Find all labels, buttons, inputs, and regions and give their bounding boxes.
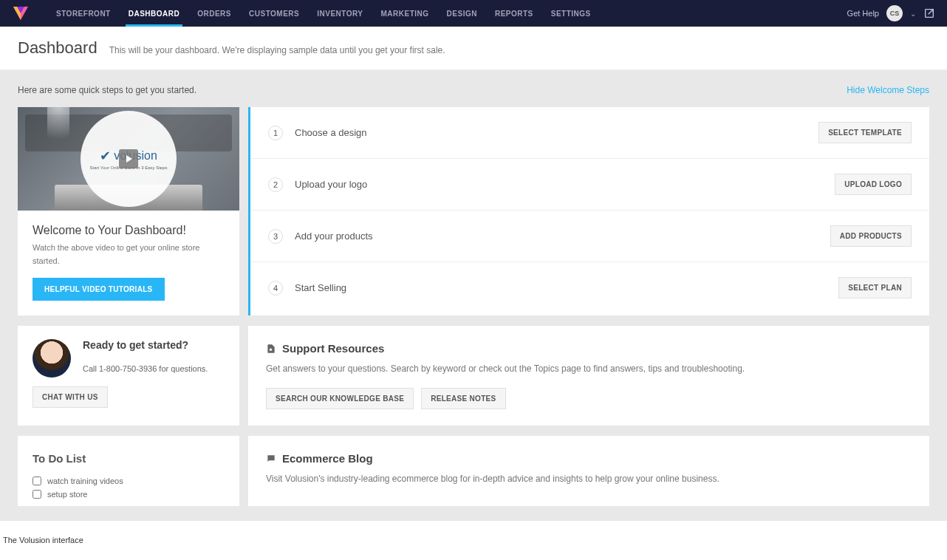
open-external-icon[interactable] xyxy=(923,7,935,19)
step-number: 2 xyxy=(268,177,283,192)
step-row-1: 1Choose a designSELECT TEMPLATE xyxy=(250,107,929,159)
hide-welcome-link[interactable]: Hide Welcome Steps xyxy=(847,85,929,95)
nav-settings[interactable]: SETTINGS xyxy=(542,0,600,27)
blog-title: Ecommerce Blog xyxy=(282,452,373,465)
brand-logo[interactable] xyxy=(12,4,30,22)
step-action-button[interactable]: SELECT PLAN xyxy=(838,277,912,298)
figure-caption: The Volusion interface xyxy=(0,521,947,559)
todo-title: To Do List xyxy=(33,452,225,465)
blog-card: Ecommerce Blog Visit Volusion's industry… xyxy=(248,436,929,506)
step-action-button[interactable]: ADD PRODUCTS xyxy=(830,225,912,247)
nav-storefront[interactable]: STOREFRONT xyxy=(47,0,120,27)
search-kb-button[interactable]: SEARCH OUR KNOWLEDGE BASE xyxy=(266,388,414,409)
nav-design[interactable]: DESIGN xyxy=(438,0,486,27)
step-label: Upload your logo xyxy=(295,179,835,190)
step-label: Choose a design xyxy=(295,127,818,138)
todo-item[interactable]: watch training videos xyxy=(33,477,225,485)
chat-icon xyxy=(266,454,276,464)
todo-card: To Do List watch training videossetup st… xyxy=(18,436,239,506)
welcome-text: Watch the above video to get your online… xyxy=(33,242,225,267)
todo-item[interactable]: setup store xyxy=(33,490,225,499)
todo-label: setup store xyxy=(47,490,87,499)
step-row-4: 4Start SellingSELECT PLAN xyxy=(250,262,929,313)
user-avatar[interactable]: CS xyxy=(886,5,903,21)
chat-button[interactable]: CHAT WITH US xyxy=(33,386,108,408)
ready-phone: Call 1-800-750-3936 for questions. xyxy=(83,364,208,373)
page-subtitle: This will be your dashboard. We're displ… xyxy=(109,45,445,55)
support-title: Support Resources xyxy=(282,342,384,355)
nav-dashboard[interactable]: DASHBOARD xyxy=(120,0,189,27)
bird-icon: ✔ xyxy=(100,148,111,164)
step-row-2: 2Upload your logoUPLOAD LOGO xyxy=(250,159,929,211)
ready-title: Ready to get started? xyxy=(83,339,208,351)
step-action-button[interactable]: SELECT TEMPLATE xyxy=(818,122,912,143)
nav-reports[interactable]: REPORTS xyxy=(486,0,542,27)
get-help-link[interactable]: Get Help xyxy=(847,9,879,18)
chevron-down-icon[interactable]: ⌄ xyxy=(910,10,916,18)
video-tutorials-button[interactable]: HELPFUL VIDEO TUTORIALS xyxy=(33,278,165,301)
nav-items: STOREFRONTDASHBOARDORDERSCUSTOMERSINVENT… xyxy=(47,0,600,27)
intro-video[interactable]: ✔ volusion Start Your Online Store In 3 … xyxy=(18,107,239,211)
step-label: Start Selling xyxy=(295,282,838,293)
ready-card: Ready to get started? Call 1-800-750-393… xyxy=(18,326,239,426)
nav-customers[interactable]: CUSTOMERS xyxy=(240,0,308,27)
support-card: Support Resources Get answers to your qu… xyxy=(248,326,929,426)
release-notes-button[interactable]: RELEASE NOTES xyxy=(421,388,505,409)
todo-label: watch training videos xyxy=(47,477,123,485)
todo-checkbox[interactable] xyxy=(33,477,41,485)
page-header: Dashboard This will be your dashboard. W… xyxy=(0,27,947,70)
magnify-doc-icon xyxy=(266,344,276,354)
step-row-3: 3Add your productsADD PRODUCTS xyxy=(250,211,929,262)
step-number: 3 xyxy=(268,229,283,244)
welcome-title: Welcome to Your Dashboard! xyxy=(33,224,225,237)
play-icon[interactable] xyxy=(119,149,138,168)
nav-orders[interactable]: ORDERS xyxy=(188,0,240,27)
support-desc: Get answers to your questions. Search by… xyxy=(266,362,912,376)
step-action-button[interactable]: UPLOAD LOGO xyxy=(835,174,912,195)
page-title: Dashboard xyxy=(18,38,98,58)
nav-marketing[interactable]: MARKETING xyxy=(372,0,438,27)
blog-desc: Visit Volusion's industry-leading ecomme… xyxy=(266,472,912,486)
steps-card: 1Choose a designSELECT TEMPLATE2Upload y… xyxy=(248,107,929,315)
intro-text: Here are some quick steps to get you sta… xyxy=(18,85,196,95)
step-number: 1 xyxy=(268,126,283,140)
content-area: Here are some quick steps to get you sta… xyxy=(0,70,947,521)
step-label: Add your products xyxy=(295,231,830,242)
top-navigation: STOREFRONTDASHBOARDORDERSCUSTOMERSINVENT… xyxy=(0,0,947,27)
todo-checkbox[interactable] xyxy=(33,490,41,499)
support-agent-avatar xyxy=(33,339,71,378)
nav-inventory[interactable]: INVENTORY xyxy=(308,0,372,27)
welcome-card: ✔ volusion Start Your Online Store In 3 … xyxy=(18,107,239,315)
step-number: 4 xyxy=(268,281,283,296)
